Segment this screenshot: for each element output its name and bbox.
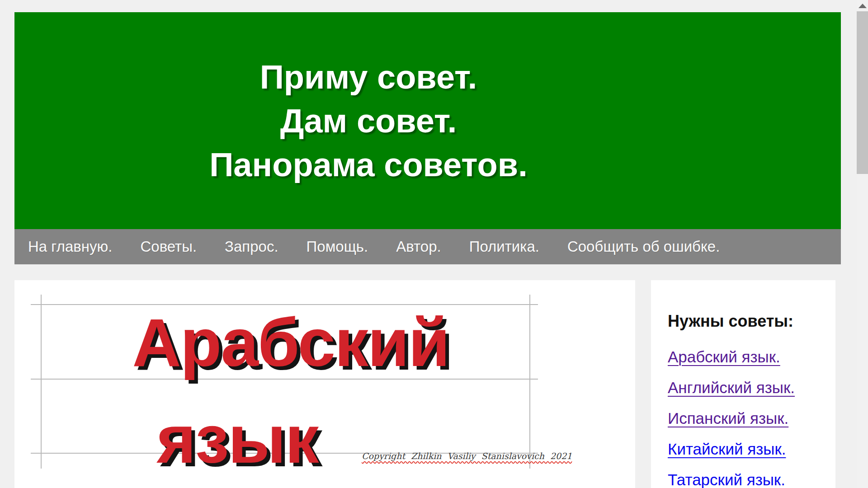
image-copyright-signature: Copyright Zhilkin Vasiliy Stanislavovich… — [362, 451, 542, 461]
nav-item-report-error[interactable]: Сообщить об ошибке. — [567, 238, 720, 255]
article-image-title-line2: язык — [14, 403, 460, 475]
nav-item-home[interactable]: На главную. — [28, 238, 112, 255]
nav-item-advice[interactable]: Советы. — [140, 238, 197, 255]
site-slogan: Приму совет. Дам совет. Панорама советов… — [14, 55, 722, 187]
scrollbar-thumb[interactable] — [857, 11, 868, 174]
sidebar-link-arabic[interactable]: Арабский язык. — [668, 348, 780, 366]
nav-item-author[interactable]: Автор. — [396, 238, 441, 255]
sidebar-link-spanish[interactable]: Испанский язык. — [668, 409, 788, 427]
nav-item-policy[interactable]: Политика. — [469, 238, 539, 255]
scroll-up-button[interactable] — [857, 0, 868, 11]
sidebar: Нужны советы: Арабский язык. Английский … — [651, 280, 835, 488]
main-nav: На главную. Советы. Запрос. Помощь. Авто… — [14, 229, 841, 264]
sidebar-link-tatar[interactable]: Татарский язык. — [668, 471, 785, 488]
slogan-line-2: Дам совет. — [14, 99, 722, 143]
nav-item-request[interactable]: Запрос. — [225, 238, 278, 255]
slogan-line-3: Панорама советов. — [14, 143, 722, 187]
sidebar-link-english[interactable]: Английский язык. — [668, 379, 795, 397]
sidebar-heading: Нужны советы: — [668, 312, 793, 331]
slogan-line-1: Приму совет. — [14, 55, 722, 99]
sidebar-link-chinese[interactable]: Китайский язык. — [668, 440, 786, 458]
main-content-panel: Арабский язык Copyright Zhilkin Vasiliy … — [14, 280, 635, 488]
article-image-title-line1: Арабский — [14, 306, 567, 379]
scroll-up-arrow-icon — [859, 4, 867, 8]
vertical-scrollbar[interactable] — [857, 0, 868, 488]
nav-item-help[interactable]: Помощь. — [307, 238, 368, 255]
site-banner: Приму совет. Дам совет. Панорама советов… — [14, 12, 841, 229]
